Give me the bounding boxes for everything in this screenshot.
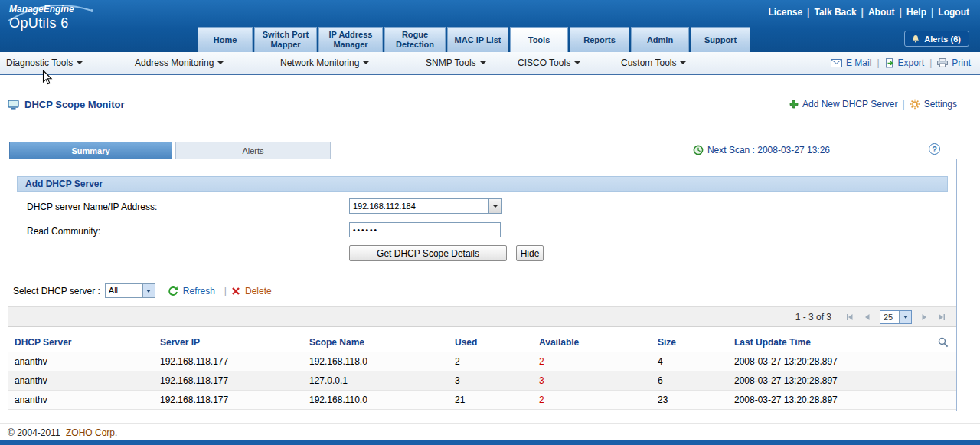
separator: | <box>931 7 933 18</box>
copyright-text: © 2004-2011 <box>8 427 60 438</box>
tab-mac-ip-list[interactable]: MAC IP List <box>447 27 508 52</box>
link-license[interactable]: License <box>768 7 802 18</box>
menu-snmp-tools[interactable]: SNMP Tools <box>426 57 486 68</box>
link-talkback[interactable]: Talk Back <box>814 7 856 18</box>
last-page-icon <box>936 312 947 322</box>
select-dropdown-button[interactable] <box>899 311 911 323</box>
add-new-dhcp-server-link[interactable]: Add New DHCP Server <box>789 99 898 110</box>
oputils-app: ManageEngine OpUtils 6 License | Talk Ba… <box>0 0 980 445</box>
separator: | <box>877 57 879 68</box>
combobox-dropdown-button[interactable] <box>488 199 501 213</box>
delete-action[interactable]: Delete <box>231 286 272 296</box>
select-value: All <box>106 284 142 297</box>
print-icon <box>937 58 948 67</box>
app-header: ManageEngine OpUtils 6 License | Talk Ba… <box>0 0 980 52</box>
chevron-down-icon <box>217 61 224 64</box>
refresh-label: Refresh <box>183 286 215 296</box>
refresh-action[interactable]: Refresh <box>168 286 215 296</box>
tab-admin[interactable]: Admin <box>631 27 689 52</box>
separator: | <box>861 7 864 18</box>
cell-server-ip: 192.168.118.177 <box>154 394 303 405</box>
next-page-button[interactable] <box>919 312 929 322</box>
pagination-bar: 1 - 3 of 3 25 <box>8 306 956 327</box>
tab-support[interactable]: Support <box>691 27 750 52</box>
col-dhcp-server: DHCP Server <box>8 337 154 348</box>
menu-label: SNMP Tools <box>426 57 476 68</box>
cell-scope-name: 192.168.118.0 <box>303 356 449 367</box>
cell-available: 2 <box>533 356 652 367</box>
table-row: ananthv 192.168.118.177 192.168.110.0 21… <box>8 391 956 410</box>
menu-cisco-tools[interactable]: CISCO Tools <box>518 57 580 68</box>
dhcp-server-combobox[interactable]: 192.168.112.184 <box>349 198 502 214</box>
cell-dhcp-server: ananthv <box>8 356 154 367</box>
export-link[interactable]: Export <box>885 57 925 68</box>
get-dhcp-scope-details-button[interactable]: Get DHCP Scope Details <box>349 245 507 261</box>
export-label: Export <box>898 57 925 68</box>
dhcp-scope-table: DHCP Server Server IP Scope Name Used Av… <box>8 332 956 410</box>
col-size: Size <box>652 337 728 348</box>
page-title-row: DHCP Scope Monitor <box>8 99 125 110</box>
separator: | <box>900 7 902 18</box>
previous-page-icon <box>862 312 873 322</box>
tab-home[interactable]: Home <box>198 27 253 52</box>
cell-last-update-time: 2008-03-27 13:20:28.897 <box>728 394 930 405</box>
select-dropdown-button[interactable] <box>142 284 155 297</box>
page-size-value: 25 <box>880 311 899 323</box>
cell-dhcp-server: ananthv <box>8 394 154 405</box>
cell-size: 23 <box>652 394 728 405</box>
link-logout[interactable]: Logout <box>938 7 969 18</box>
col-server-ip: Server IP <box>154 337 303 348</box>
first-page-button[interactable] <box>844 312 855 322</box>
clock-icon <box>693 145 704 155</box>
menu-network-monitoring[interactable]: Network Monitoring <box>280 57 369 68</box>
menu-address-monitoring[interactable]: Address Monitoring <box>135 57 224 68</box>
tab-switch-port-mapper[interactable]: Switch Port Mapper <box>254 27 317 52</box>
hide-button[interactable]: Hide <box>516 245 544 261</box>
chevron-down-icon <box>77 61 83 64</box>
tab-ip-address-manager[interactable]: IP Address Manager <box>318 27 383 52</box>
magnifier-icon[interactable] <box>938 337 949 348</box>
tab-reports[interactable]: Reports <box>570 27 629 52</box>
cell-available: 3 <box>533 375 652 386</box>
read-community-label: Read Community: <box>27 226 100 237</box>
add-dhcp-server-header: Add DHCP Server <box>17 176 948 192</box>
menu-diagnostic-tools[interactable]: Diagnostic Tools <box>6 57 83 68</box>
brand-logo: ManageEngine OpUtils 6 <box>9 4 74 31</box>
top-links: License | Talk Back | About | Help | Log… <box>768 7 969 18</box>
link-about[interactable]: About <box>868 7 895 18</box>
cell-used: 21 <box>449 394 533 405</box>
cell-dhcp-server: ananthv <box>8 375 154 386</box>
cell-scope-name: 192.168.110.0 <box>303 394 449 405</box>
email-link[interactable]: E Mail <box>831 57 871 68</box>
menu-label: Diagnostic Tools <box>6 57 73 68</box>
table-row: ananthv 192.168.118.177 127.0.0.1 3 3 6 … <box>8 371 956 391</box>
dhcp-server-value[interactable]: 192.168.112.184 <box>350 199 488 213</box>
last-page-button[interactable] <box>936 312 947 322</box>
settings-link[interactable]: Settings <box>910 99 957 110</box>
previous-page-button[interactable] <box>862 312 873 322</box>
dhcp-server-select[interactable]: All <box>105 283 155 298</box>
tab-summary[interactable]: Summary <box>9 142 172 159</box>
summary-panel: Add DHCP Server DHCP server Name/IP Addr… <box>8 159 957 411</box>
link-help[interactable]: Help <box>906 7 926 18</box>
menu-label: Address Monitoring <box>135 57 214 68</box>
page-size-select[interactable]: 25 <box>880 310 912 324</box>
page-title-actions: Add New DHCP Server | Settings <box>789 99 957 110</box>
settings-label: Settings <box>924 99 957 110</box>
tab-alerts[interactable]: Alerts <box>175 142 331 159</box>
separator: | <box>807 7 809 18</box>
print-link[interactable]: Print <box>937 57 971 68</box>
next-scan-info: Next Scan : 2008-03-27 13:26 <box>693 145 830 155</box>
tools-menubar: Diagnostic Tools Address Monitoring Netw… <box>0 52 980 75</box>
tab-tools[interactable]: Tools <box>510 27 568 52</box>
tab-rogue-detection[interactable]: Rogue Detection <box>384 27 446 52</box>
company-link[interactable]: ZOHO Corp. <box>66 427 117 438</box>
table-body: ananthv 192.168.118.177 192.168.118.0 2 … <box>8 352 956 410</box>
server-select-row: Select DHCP server : All Refresh | De <box>13 283 272 298</box>
read-community-input[interactable]: •••••• <box>349 222 501 237</box>
menu-custom-tools[interactable]: Custom Tools <box>621 57 686 68</box>
help-button[interactable]: ? <box>929 143 940 155</box>
cell-server-ip: 192.168.118.177 <box>154 356 303 367</box>
bottom-accent-bar <box>0 440 980 445</box>
alerts-button[interactable]: Alerts (6) <box>904 31 969 47</box>
